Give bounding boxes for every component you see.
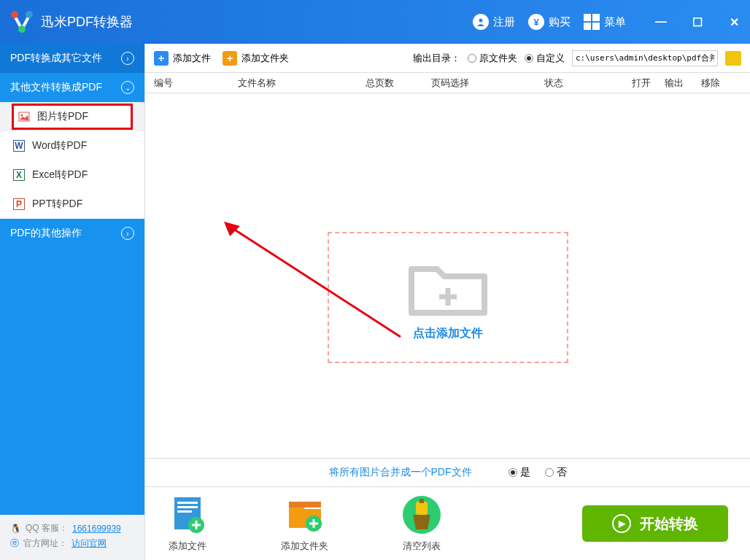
svg-rect-16	[420, 499, 424, 503]
chevron-right-icon: ›	[121, 52, 134, 65]
sidebar-spacer	[0, 248, 144, 515]
folder-plus-icon: +	[223, 51, 237, 66]
bottom-add-file[interactable]: 添加文件	[167, 494, 208, 553]
svg-point-5	[21, 114, 23, 117]
svg-point-1	[26, 11, 33, 18]
minimize-button[interactable]: —	[654, 15, 668, 29]
output-dir-label: 输出目录：	[413, 52, 460, 65]
sidebar-item-image-to-pdf[interactable]: 图片转PDF	[12, 104, 133, 130]
col-status: 状态	[544, 77, 632, 90]
bottom-clear-list[interactable]: 清空列表	[401, 494, 442, 553]
chevron-down-icon: ⌄	[121, 81, 134, 94]
svg-rect-9	[177, 506, 198, 508]
drop-zone-label: 点击添加文件	[413, 326, 483, 341]
drop-zone[interactable]: 点击添加文件	[328, 232, 568, 363]
maximize-button[interactable]: ☐	[690, 15, 705, 29]
qq-icon: 🐧	[10, 524, 21, 534]
merge-no-radio[interactable]: 否	[545, 466, 567, 479]
folder-add-icon	[404, 254, 492, 320]
sidebar-item-ppt-to-pdf[interactable]: P PPT转PDF	[0, 190, 144, 219]
toolbar: + 添加文件 + 添加文件夹 输出目录： 原文件夹 自定义	[145, 44, 750, 73]
col-total-pages: 总页数	[366, 77, 431, 90]
content-area: + 添加文件 + 添加文件夹 输出目录： 原文件夹 自定义	[144, 44, 750, 560]
svg-point-0	[11, 11, 18, 18]
sidebar-section-pdf-other-ops[interactable]: PDF的其他操作 ›	[0, 219, 144, 248]
user-icon	[473, 14, 489, 30]
buy-button[interactable]: ¥ 购买	[528, 14, 571, 30]
merge-options-row: 将所有图片合并成一个PDF文件 是 否	[145, 458, 750, 487]
bottom-bar: 添加文件 添加文件夹 清空列表 ▶ 开始转换	[145, 487, 750, 560]
merge-prompt: 将所有图片合并成一个PDF文件	[329, 466, 472, 479]
add-file-button[interactable]: + 添加文件	[154, 51, 211, 66]
merge-yes-radio[interactable]: 是	[509, 466, 530, 479]
col-filename: 文件名称	[238, 77, 366, 90]
output-custom-radio[interactable]: 自定义	[525, 52, 565, 65]
add-folder-large-icon	[285, 494, 325, 535]
qq-number-link[interactable]: 1661699939	[72, 524, 121, 534]
word-icon: W	[13, 140, 25, 152]
site-link[interactable]: 访问官网	[71, 537, 107, 550]
col-number: 编号	[154, 77, 238, 90]
table-header: 编号 文件名称 总页数 页码选择 状态 打开 输出 移除	[145, 73, 750, 93]
add-folder-button[interactable]: + 添加文件夹	[223, 51, 289, 66]
menu-button[interactable]: 菜单	[584, 14, 626, 30]
svg-rect-10	[177, 510, 192, 513]
sidebar: PDF转换成其它文件 › 其他文件转换成PDF ⌄ 图片转PDF W Word转…	[0, 44, 144, 560]
menu-grid-icon	[584, 14, 600, 30]
image-icon	[18, 111, 30, 122]
svg-rect-15	[416, 502, 428, 515]
output-source-radio[interactable]: 原文件夹	[468, 52, 517, 65]
col-open: 打开	[632, 77, 665, 90]
app-logo-icon	[9, 9, 35, 35]
plus-icon: +	[154, 51, 169, 66]
excel-icon: X	[13, 169, 25, 181]
start-convert-button[interactable]: ▶ 开始转换	[582, 505, 728, 542]
browse-folder-button[interactable]	[725, 51, 741, 66]
ppt-icon: P	[13, 198, 25, 210]
svg-rect-8	[177, 502, 198, 504]
col-output: 输出	[665, 77, 701, 90]
svg-point-2	[18, 26, 26, 33]
close-button[interactable]: ✕	[727, 15, 741, 29]
register-button[interactable]: 注册	[473, 14, 515, 30]
svg-rect-12	[289, 502, 321, 508]
add-file-large-icon	[167, 494, 208, 535]
app-title: 迅米PDF转换器	[41, 13, 133, 31]
sidebar-item-word-to-pdf[interactable]: W Word转PDF	[0, 131, 144, 160]
clear-list-icon	[401, 494, 442, 535]
bottom-add-folder[interactable]: 添加文件夹	[281, 494, 328, 553]
sidebar-item-excel-to-pdf[interactable]: X Excel转PDF	[0, 160, 144, 190]
ie-icon: ⓔ	[10, 537, 19, 550]
title-bar: 迅米PDF转换器 注册 ¥ 购买 菜单 — ☐ ✕	[0, 0, 750, 44]
sidebar-section-other-to-pdf[interactable]: 其他文件转换成PDF ⌄	[0, 73, 144, 102]
col-delete: 移除	[701, 77, 734, 90]
output-path-input[interactable]	[572, 50, 718, 66]
play-icon: ▶	[612, 514, 631, 533]
chevron-right-icon: ›	[121, 227, 134, 240]
sidebar-footer: 🐧 QQ 客服： 1661699939 ⓔ 官方网址： 访问官网	[0, 515, 144, 560]
sidebar-section-pdf-to-other[interactable]: PDF转换成其它文件 ›	[0, 44, 144, 73]
work-area: 点击添加文件	[145, 93, 750, 458]
yen-icon: ¥	[528, 14, 544, 30]
col-page-select: 页码选择	[431, 77, 544, 90]
svg-point-3	[479, 19, 483, 23]
